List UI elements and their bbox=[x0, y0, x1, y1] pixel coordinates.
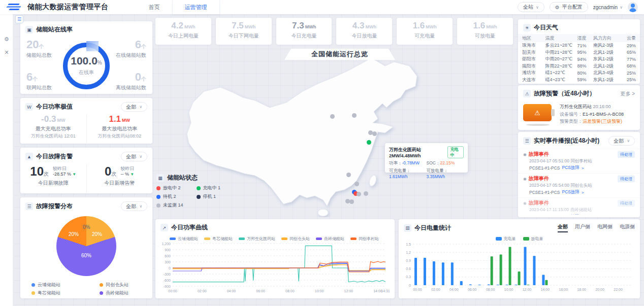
alarm-distribution-filter[interactable]: 全部 ∨ bbox=[121, 201, 147, 211]
tools-icon[interactable]: ✕ bbox=[0, 46, 13, 59]
arrow-right-icon[interactable]: > bbox=[582, 190, 584, 195]
bar-legend-item[interactable]: 充电量 bbox=[496, 236, 516, 242]
tab-home[interactable]: 首页 bbox=[137, 0, 172, 14]
curve-legend-item[interactable]: 燕岭储能站 bbox=[316, 236, 344, 242]
down-arrow-icon: ▼ bbox=[129, 172, 134, 177]
event-fault-link[interactable]: PCS故障 bbox=[562, 165, 579, 171]
legend-dot-icon bbox=[31, 283, 35, 287]
alarm-unit: 次 bbox=[111, 171, 116, 177]
dashboard-root: 储能大数据运营管理平台 首页 运营管理 全站 ∨ ⚙ 平台配置 zgcnadmi… bbox=[0, 0, 644, 306]
curve-legend-item[interactable]: 粤芯储能站 bbox=[204, 236, 233, 242]
tab-operation[interactable]: 运营管理 bbox=[172, 0, 220, 14]
bar-充电量 bbox=[478, 285, 481, 285]
settings-icon[interactable]: ⚙ bbox=[0, 32, 13, 46]
curve-legend-item[interactable]: 万邦生化医药站 bbox=[239, 236, 275, 242]
tooltip-row-label: SOC： bbox=[427, 160, 440, 165]
distribution-legend-item[interactable]: 云埔储能站 bbox=[31, 281, 82, 288]
fault-alarm-icon: ▲ bbox=[25, 153, 33, 160]
event-fault-link[interactable]: PCS故障 bbox=[562, 189, 579, 195]
status-legend-item: 停机 1 bbox=[197, 193, 221, 200]
battery-warning-icon: ⚠ bbox=[523, 104, 555, 124]
avatar[interactable] bbox=[628, 2, 638, 12]
line-series bbox=[173, 263, 385, 271]
weather-header-row: 地区温度湿度风力方向云量 bbox=[518, 34, 640, 42]
power-extremes-filter[interactable]: 全部 ∨ bbox=[121, 102, 147, 112]
bar-放电量 bbox=[518, 271, 521, 285]
corner-unit: 个 bbox=[141, 44, 146, 49]
arrow-right-icon[interactable]: > bbox=[582, 166, 584, 171]
station-dot[interactable] bbox=[355, 182, 359, 186]
energy-tab-1[interactable]: 用户侧 bbox=[575, 223, 590, 232]
power-extreme-item: -0.3MW最大充电总功率万邦生化医药站 12:01 bbox=[20, 115, 86, 143]
tooltip-row-value: 3.35MWh bbox=[427, 174, 445, 179]
stat-unit: MWh bbox=[305, 24, 316, 29]
chevron-down-icon: ∨ bbox=[627, 139, 630, 143]
status-name: 放电中 2 bbox=[163, 185, 181, 191]
distribution-legend-item[interactable]: 万邦生化医药站 bbox=[31, 297, 82, 298]
fault-alarm-filter[interactable]: 全部 ∨ bbox=[121, 152, 147, 161]
fault-warning-title: 故障预警（近48小时） bbox=[534, 89, 595, 98]
energy-bar-chart[interactable]: 00.30.60.91.21.500:0002:0004:0006:0008:0… bbox=[399, 242, 636, 292]
pie-label: 0% bbox=[83, 224, 90, 230]
station-status-title: 储能站状态 bbox=[167, 174, 198, 182]
curve-legend-item[interactable]: 同创李村站 bbox=[350, 236, 379, 242]
power-extreme-item: 1.1MW最大放电总功率万邦生化医药站08:02 bbox=[86, 115, 153, 143]
station-dot[interactable] bbox=[349, 199, 354, 204]
station-dot[interactable] bbox=[357, 192, 361, 196]
panel-power-curve: ↗ 今日功率曲线 云埔储能站粤芯储能站万邦生化医药站同创仓头站燕岭储能站同创李村… bbox=[155, 219, 395, 298]
chevron-down-icon: ∨ bbox=[139, 154, 142, 159]
fault-alarm-item: 0次较昨日-- % ▼今日新增告警 bbox=[86, 164, 153, 193]
event-fault-link[interactable]: PCS故障 bbox=[562, 214, 579, 215]
svg-text:18:00: 18:00 bbox=[577, 288, 586, 291]
energy-tab-2[interactable]: 电网侧 bbox=[597, 223, 613, 232]
online-rate-gauge: 100.0% 在线率 bbox=[60, 40, 113, 92]
event-type: 故障事件 bbox=[529, 199, 549, 207]
weather-cell: 77% bbox=[622, 57, 636, 62]
curve-legend-item[interactable]: 云埔储能站 bbox=[170, 236, 198, 242]
distribution-legend-item[interactable]: 同创李村站 bbox=[100, 297, 141, 298]
events-filter[interactable]: 全部 ∨ bbox=[608, 136, 635, 146]
svg-text:08:00: 08:00 bbox=[486, 288, 495, 291]
user-menu[interactable]: zgcnadmin ∨ bbox=[593, 5, 623, 10]
scope-select[interactable]: 全站 ∨ bbox=[518, 2, 544, 12]
bar-legend-item[interactable]: 放电量 bbox=[523, 236, 543, 242]
distribution-legend-item[interactable]: 燕岭储能站 bbox=[100, 289, 141, 296]
station-dot[interactable] bbox=[352, 113, 357, 118]
weather-row: 大连市晴4~23℃59%东风1-2级25% bbox=[518, 77, 640, 84]
platform-config-button[interactable]: ⚙ 平台配置 bbox=[550, 2, 588, 12]
weather-cell: 中雨21~28℃ bbox=[545, 49, 577, 56]
station-dot[interactable] bbox=[346, 173, 351, 177]
power-curve-chart[interactable]: 1,2009006003000-300-600-90000:0002:0004:… bbox=[155, 242, 391, 294]
weather-cell: 29% bbox=[622, 43, 636, 48]
weather-title: 今日天气 bbox=[534, 23, 558, 32]
station-dot[interactable] bbox=[330, 114, 335, 119]
bar-充电量 bbox=[524, 247, 527, 285]
stat-value: 4.3MWh bbox=[336, 21, 392, 31]
svg-text:02:00: 02:00 bbox=[198, 289, 207, 293]
weather-cell: 大连市 bbox=[522, 77, 545, 83]
svg-text:02:00: 02:00 bbox=[431, 288, 440, 291]
panel-power-extremes: W 今日功率极值 全部 ∨ -0.3MW最大充电总功率万邦生化医药站 12:01… bbox=[20, 98, 152, 144]
warning-time: 20:16:00 bbox=[593, 104, 611, 109]
more-link[interactable]: 更多 > bbox=[620, 90, 635, 97]
scope-select-value: 全站 bbox=[523, 4, 533, 11]
chevron-down-icon: ∨ bbox=[139, 105, 142, 109]
station-dot[interactable] bbox=[364, 191, 368, 196]
alarm-unit: 次 bbox=[44, 171, 49, 177]
distribution-legend-item[interactable]: 同创仓头站 bbox=[100, 281, 141, 288]
collapse-sidebar-button[interactable]: ☰ bbox=[15, 15, 23, 23]
legend-square-icon bbox=[523, 237, 529, 241]
station-dot[interactable] bbox=[367, 140, 371, 145]
legend-square-icon bbox=[496, 237, 502, 241]
filter-value: 全部 bbox=[614, 138, 624, 145]
fault-warning-body: ⚠ 万邦生化医药站 20:16:00 设备编号：E1-#1-BMS-A-BC08… bbox=[518, 101, 640, 125]
filter-value: 全部 bbox=[126, 153, 136, 160]
curve-legend-item[interactable]: 同创仓头站 bbox=[281, 236, 310, 242]
arrow-right-icon[interactable]: > bbox=[582, 215, 584, 215]
energy-tab-0[interactable]: 全部 bbox=[558, 223, 568, 232]
distribution-legend-item[interactable]: 粤芯储能站 bbox=[31, 289, 82, 296]
energy-tab-3[interactable]: 电源侧 bbox=[620, 223, 635, 232]
station-dot[interactable] bbox=[372, 131, 377, 136]
weather-cell: 北风1-2级 bbox=[593, 63, 622, 70]
weather-icon: ☀ bbox=[523, 24, 531, 31]
